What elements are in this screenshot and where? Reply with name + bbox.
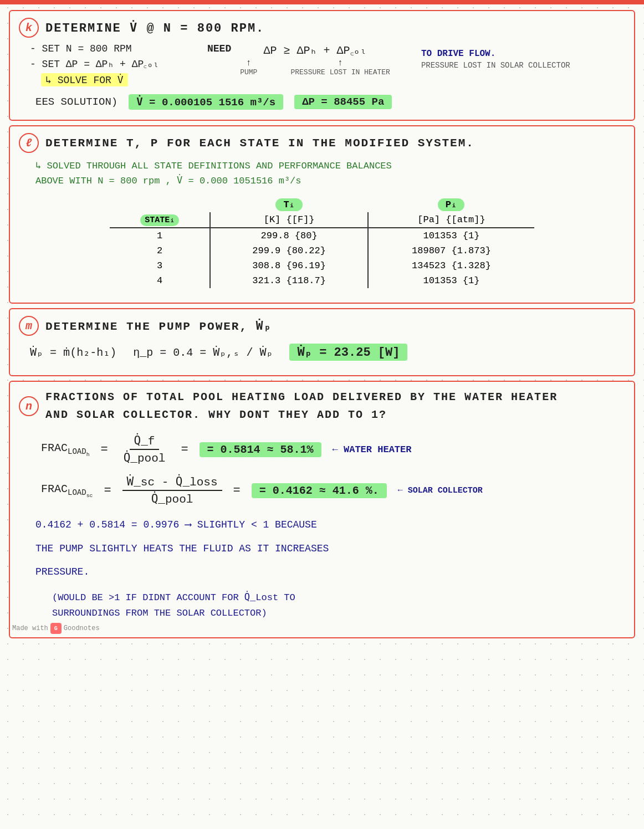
table-unit-headers: STATEᵢ [K] {[F]} [Pa] {[atm]}	[110, 212, 534, 228]
k-drive-flow: TO DRIVE FLOW.	[421, 49, 570, 59]
pi-cell: 134523 {1.328}	[368, 258, 534, 273]
k-dp-result: ΔP = 88455 Pa	[294, 95, 392, 109]
table-row: 2 299.9 {80.22} 189807 {1.873}	[110, 243, 534, 258]
pi-cell: 101353 {1}	[368, 228, 534, 243]
col-ti-header: Tᵢ	[210, 196, 368, 212]
circle-k: k	[19, 18, 39, 38]
n-equals1: =	[101, 443, 108, 457]
ti-cell: 299.8 {80}	[210, 228, 368, 243]
section-n-title1: FRACTIONS OF TOTAL POOL HEATING LOAD DEL…	[45, 388, 558, 406]
n-frac1-label: FRACLOADh	[41, 442, 90, 458]
n-frac2-result: = 0.4162 ≈ 41.6 %.	[252, 483, 387, 498]
k-line3: ↳ SOLVE FOR V̇	[41, 73, 185, 86]
section-l-sub1: ↳ SOLVED THROUGH ALL STATE DEFINITIONS A…	[35, 158, 625, 188]
pi-unit: [Pa] {[atm]}	[368, 212, 534, 228]
k-vdot-result: V̇ = 0.000105 1516 m³/s	[129, 94, 283, 110]
ti-unit: [K] {[F]}	[210, 212, 368, 228]
section-k: k DETERMINE V̇ @ N = 800 rpm. - SET N = …	[9, 10, 635, 121]
col-state-header	[110, 196, 210, 212]
table-col-headers: Tᵢ Pᵢ	[110, 196, 534, 212]
col-pi-header: Pᵢ	[368, 196, 534, 212]
n-frac2-label: FRACLOADsc	[41, 483, 93, 499]
n-frac2-row: FRACLOADsc = Ẇ_sc - Q̇_loss Q̇_pool = = …	[41, 475, 603, 506]
k-dp-formula: ΔP ≥ ΔPₕ + ΔP꜀ₒₗ	[263, 43, 366, 57]
n-reason2: PRESSURE.	[35, 563, 609, 581]
state-cell: 3	[110, 258, 210, 273]
state-cell: 2	[110, 243, 210, 258]
k-pump-annotation: ↑ PUMP	[240, 58, 257, 76]
n-paren1: (WOULD BE >1 IF DIDNT ACCOUNT FOR Q̇_Los…	[52, 590, 592, 606]
n-frac1: Q̇_f Q̇_pool	[119, 434, 170, 465]
k-ees-label: EES SOLUTION)	[35, 96, 117, 108]
section-k-title: DETERMINE V̇ @ N = 800 rpm.	[45, 21, 264, 35]
k-collector-note: PRESSURE LOST IN SOLAR COLLECTOR	[421, 61, 570, 70]
k-line1: - SET N = 800 RPM	[30, 43, 185, 54]
n-add-line: 0.4162 + 0.5814 = 0.9976 ⟶ SLIGHTLY < 1 …	[35, 516, 609, 534]
ti-cell: 308.8 {96.19}	[210, 258, 368, 273]
k-heater-label: PRESSURE LOST IN HEATER	[290, 68, 390, 76]
m-result: Ẇₚ = 23.25 [W]	[289, 344, 407, 361]
state-cell: 1	[110, 228, 210, 243]
n-reason1: THE PUMP SLIGHTLY HEATS THE FLUID AS IT …	[35, 540, 609, 557]
k-pump-label: PUMP	[240, 68, 257, 76]
k-dp-block: ΔP ≥ ΔPₕ + ΔP꜀ₒₗ ↑ PUMP ↑ PRESSURE LOST …	[240, 43, 390, 76]
section-n: n FRACTIONS OF TOTAL POOL HEATING LOAD D…	[9, 381, 635, 638]
k-line2-text: - SET ΔP = ΔPₕ + ΔP꜀ₒₗ	[30, 58, 159, 70]
m-formula-row: Ẇₚ = ṁ(h₂-h₁) η_p = 0.4 = Ẇₚ,ₛ / Ẇₚ Ẇₚ =…	[30, 344, 614, 361]
section-l-title: DETERMINE T, P FOR EACH STATE IN THE MOD…	[45, 137, 474, 150]
section-k-header: k DETERMINE V̇ @ N = 800 rpm.	[19, 18, 625, 38]
m-formula1: Ẇₚ = ṁ(h₂-h₁)	[30, 345, 116, 359]
table-row: 1 299.8 {80} 101353 {1}	[110, 228, 534, 243]
n-equals3: =	[104, 484, 111, 498]
n-frac1-num: Q̇_f	[130, 434, 160, 450]
section-n-title-block: FRACTIONS OF TOTAL POOL HEATING LOAD DEL…	[45, 388, 558, 424]
ti-cell: 299.9 {80.22}	[210, 243, 368, 258]
k-line2: - SET ΔP = ΔPₕ + ΔP꜀ₒₗ	[30, 58, 185, 70]
n-paren2: SURROUNDINGS FROM THE SOLAR COLLECTOR)	[52, 606, 592, 622]
col-pi-green: Pᵢ	[438, 198, 464, 211]
n-frac2-num: Ẇ_sc - Q̇_loss	[122, 475, 222, 491]
section-m: m DETERMINE THE PUMP POWER, Ẇₚ Ẇₚ = ṁ(h₂…	[9, 308, 635, 376]
n-frac2-den: Q̇_pool	[147, 491, 198, 506]
table-row: 3 308.8 {96.19} 134523 {1.328}	[110, 258, 534, 273]
k-need-row: NEED ΔP ≥ ΔPₕ + ΔP꜀ₒₗ ↑ PUMP ↑	[207, 43, 570, 76]
k-solve-text: ↳ SOLVE FOR V̇	[41, 73, 128, 86]
k-ees-row: EES SOLUTION) V̇ = 0.000105 1516 m³/s ΔP…	[35, 94, 625, 110]
ti-cell: 321.3 {118.7}	[210, 273, 368, 288]
goodnotes-logo: G	[50, 623, 62, 634]
n-frac1-result: = 0.5814 ≈ 58.1%	[200, 442, 321, 457]
n-frac1-den: Q̇_pool	[119, 450, 170, 465]
top-border	[0, 0, 644, 4]
k-heater-annotation: ↑ PRESSURE LOST IN HEATER	[290, 58, 390, 76]
circle-l: ℓ	[19, 133, 39, 153]
goodnotes-text: Goodnotes	[64, 625, 100, 632]
n-equals4: =	[233, 484, 241, 498]
k-need-label: NEED	[207, 43, 231, 54]
k-line1-text: - SET N = 800 RPM	[30, 43, 132, 54]
section-m-header: m DETERMINE THE PUMP POWER, Ẇₚ	[19, 316, 625, 336]
n-frac2: Ẇ_sc - Q̇_loss Q̇_pool	[122, 475, 222, 506]
n-frac1-row: FRACLOADh = Q̇_f Q̇_pool = = 0.5814 ≈ 58…	[41, 434, 603, 465]
state-table-body: 1 299.8 {80} 101353 {1} 2 299.9 {80.22} …	[110, 228, 534, 288]
n-equals2: =	[181, 443, 188, 457]
pi-cell: 189807 {1.873}	[368, 243, 534, 258]
n-frac2-arrow: ← SOLAR COLLECTOR	[398, 486, 483, 495]
made-with-text: Made with	[12, 625, 48, 632]
section-n-header: n FRACTIONS OF TOTAL POOL HEATING LOAD D…	[19, 388, 625, 424]
l-sub2-text: ABOVE WITH N = 800 rpm , V̇ = 0.000 1051…	[35, 173, 625, 188]
l-sub1-text: ↳ SOLVED THROUGH ALL STATE DEFINITIONS A…	[35, 158, 625, 173]
table-row: 4 321.3 {118.7} 101353 {1}	[110, 273, 534, 288]
state-table: Tᵢ Pᵢ STATEᵢ [K] {[F]} [Pa] {[atm]}	[110, 196, 534, 288]
state-label-header: STATEᵢ	[110, 212, 210, 228]
k-conditions: - SET N = 800 RPM - SET ΔP = ΔPₕ + ΔP꜀ₒₗ…	[30, 43, 185, 86]
circle-n: n	[19, 396, 39, 416]
section-l-header: ℓ DETERMINE T, P FOR EACH STATE IN THE M…	[19, 133, 625, 153]
n-paren-note: (WOULD BE >1 IF DIDNT ACCOUNT FOR Q̇_Los…	[52, 590, 592, 622]
n-frac1-arrow: ← WATER HEATER	[333, 444, 412, 455]
page: k DETERMINE V̇ @ N = 800 rpm. - SET N = …	[0, 0, 644, 829]
section-m-title: DETERMINE THE PUMP POWER, Ẇₚ	[45, 319, 272, 333]
m-formula2: η_p = 0.4 = Ẇₚ,ₛ / Ẇₚ	[133, 345, 273, 359]
k-need-block: NEED ΔP ≥ ΔPₕ + ΔP꜀ₒₗ ↑ PUMP ↑	[207, 43, 570, 76]
k-solar-note: TO DRIVE FLOW. PRESSURE LOST IN SOLAR CO…	[421, 49, 570, 70]
state-cell: 4	[110, 273, 210, 288]
